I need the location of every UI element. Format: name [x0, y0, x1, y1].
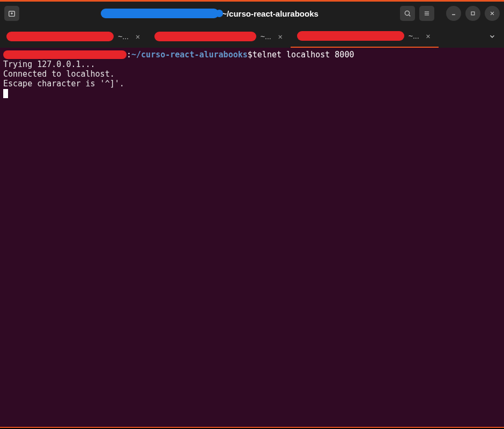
prompt-colon: :: [127, 50, 131, 60]
maximize-button[interactable]: [465, 6, 480, 21]
prompt-path: ~/curso-react-alurabooks: [131, 50, 248, 60]
tab-label-suffix: ~...: [409, 32, 419, 40]
hamburger-menu-button[interactable]: [419, 6, 434, 21]
redacted-tab-title: [6, 32, 114, 41]
window-bottom-border: [0, 427, 504, 428]
window-title: ~/curso-react-alurabooks: [24, 9, 396, 18]
close-icon[interactable]: ✕: [133, 32, 143, 41]
tab-3-active[interactable]: ~... ✕: [291, 25, 439, 48]
close-icon[interactable]: ✕: [276, 32, 285, 41]
svg-point-3: [405, 11, 409, 15]
svg-rect-9: [471, 12, 475, 15]
tab-bar: ~... ✕ ~... ✕ ~... ✕: [0, 25, 504, 48]
redacted-tab-title: [297, 31, 404, 41]
titlebar: ~/curso-react-alurabooks: [0, 2, 504, 25]
tab-1[interactable]: ~... ✕: [0, 25, 148, 48]
terminal-output[interactable]: : ~/curso-react-alurabooks $ telnet loca…: [0, 48, 504, 427]
redacted-tab-title: [154, 32, 256, 41]
new-tab-button[interactable]: [4, 6, 19, 21]
terminal-line: Connected to localhost.: [3, 69, 501, 79]
tab-label-suffix: ~...: [261, 32, 271, 41]
tab-label-suffix: ~...: [118, 32, 129, 41]
terminal-line: Escape character is '^]'.: [3, 79, 501, 88]
redacted-title-segment: [101, 9, 219, 18]
search-button[interactable]: [400, 6, 415, 21]
window-title-suffix: ~/curso-react-alurabooks: [222, 9, 318, 18]
minimize-button[interactable]: [446, 6, 461, 21]
terminal-line: Trying 127.0.0.1...: [3, 60, 501, 69]
close-button[interactable]: [485, 6, 500, 21]
close-icon[interactable]: ✕: [424, 31, 433, 41]
prompt-line: : ~/curso-react-alurabooks $ telnet loca…: [3, 50, 501, 60]
tab-dropdown-button[interactable]: [485, 29, 500, 44]
prompt-symbol: $: [248, 50, 253, 60]
terminal-window: ~/curso-react-alurabooks: [0, 2, 504, 428]
svg-line-4: [409, 14, 410, 16]
redacted-user-host: [3, 50, 127, 59]
command-text: telnet localhost 8000: [253, 50, 354, 60]
cursor: [3, 89, 8, 98]
tab-2[interactable]: ~... ✕: [148, 25, 291, 48]
